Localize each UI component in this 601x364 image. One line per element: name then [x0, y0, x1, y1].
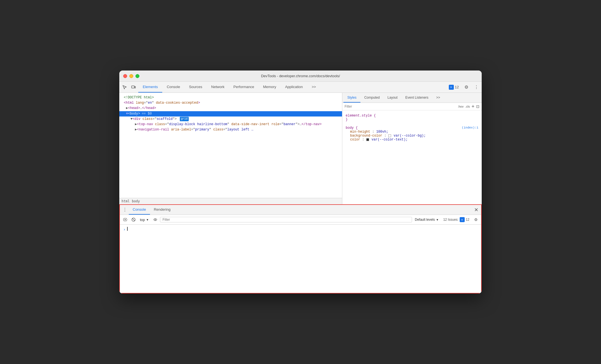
levels-dropdown[interactable]: Default levels ▼	[413, 217, 440, 222]
tab-application[interactable]: Application	[281, 82, 307, 93]
window-title: DevTools - developer.chrome.com/docs/dev…	[261, 74, 340, 78]
console-filter-input[interactable]	[160, 217, 412, 222]
chevron-down-icon: ▼	[146, 218, 149, 221]
inspect-icon[interactable]	[120, 83, 129, 91]
styles-tab-computed[interactable]: Computed	[360, 93, 384, 103]
issues-icon: ≡	[449, 85, 454, 90]
prompt-cursor	[127, 227, 128, 231]
tab-elements[interactable]: Elements	[138, 82, 162, 93]
color-swatch-text	[366, 138, 369, 141]
styles-panel: Styles Computed Layout Event Listeners >…	[342, 93, 482, 204]
top-toolbar: Elements Console Sources Network Perform…	[119, 82, 482, 93]
dom-line-html[interactable]: <html lang="en" data-cookies-accepted>	[119, 100, 342, 106]
style-rule-body: body { (index):1 min-height : 100vh; bac…	[342, 125, 482, 143]
dom-tree[interactable]: <!DOCTYPE html> <html lang="en" data-coo…	[119, 93, 342, 198]
styles-filter-input[interactable]	[345, 105, 456, 108]
console-toolbar: top ▼ Default levels ▼ 12 Issues:	[120, 215, 481, 225]
console-issues-icon: ≡	[460, 217, 465, 222]
cls-button[interactable]: .cls	[465, 105, 470, 108]
force-state-icon[interactable]: ⊡	[476, 104, 479, 109]
console-content[interactable]: ›	[120, 225, 481, 293]
styles-filter-bar: :hov .cls + ⊡	[342, 103, 482, 110]
console-clear-icon[interactable]	[122, 216, 129, 223]
traffic-lights	[123, 74, 139, 78]
dom-line-head[interactable]: ▶<head>…</head>	[119, 106, 342, 111]
title-bar: DevTools - developer.chrome.com/docs/dev…	[119, 71, 482, 82]
drawer-menu-button[interactable]: ⋮	[121, 206, 129, 214]
styles-tab-styles[interactable]: Styles	[343, 93, 360, 103]
tab-memory[interactable]: Memory	[259, 82, 281, 93]
dom-line-doctype[interactable]: <!DOCTYPE html>	[119, 95, 342, 100]
tab-more[interactable]: >>	[307, 82, 320, 93]
close-button[interactable]	[123, 74, 127, 78]
elements-panel: <!DOCTYPE html> <html lang="en" data-coo…	[119, 93, 342, 204]
context-selector[interactable]: top ▼	[138, 217, 151, 222]
svg-rect-0	[132, 86, 134, 88]
dom-line-body[interactable]: ▼<body>== $0	[119, 111, 342, 117]
console-issues-button[interactable]: 12 Issues: ≡ 12	[442, 217, 471, 222]
main-content: <!DOCTYPE html> <html lang="en" data-coo…	[119, 93, 482, 204]
breadcrumb-bar: html body	[119, 198, 342, 204]
console-drawer: ⋮ Console Rendering ✕	[119, 204, 482, 293]
dom-line-top-nav[interactable]: ▶<top-nav class="display-block hairline-…	[119, 122, 342, 127]
levels-chevron-icon: ▼	[436, 218, 439, 221]
drawer-close-button[interactable]: ✕	[472, 206, 480, 214]
tab-network[interactable]: Network	[207, 82, 229, 93]
devtools-panel: Elements Console Sources Network Perform…	[119, 82, 482, 293]
toolbar-right: ≡ 12 ⚙ ⋮	[447, 83, 481, 91]
issues-button[interactable]: ≡ 12	[447, 85, 461, 90]
svg-line-6	[132, 219, 135, 221]
tab-sources[interactable]: Sources	[185, 82, 207, 93]
dom-line-nav-rail[interactable]: ▶<navigation-rail aria-label="primary" c…	[119, 127, 342, 132]
add-style-rule-button[interactable]: +	[471, 104, 474, 109]
more-options-icon[interactable]: ⋮	[472, 83, 481, 91]
console-settings-icon[interactable]: ⚙	[472, 216, 479, 223]
tab-bar: Elements Console Sources Network Perform…	[138, 82, 447, 93]
drawer-tab-console[interactable]: Console	[129, 205, 150, 215]
dom-line-div-scaffold[interactable]: ▼<div class="scaffold"> grid	[119, 117, 342, 122]
style-rule-element: element.style { }	[342, 113, 482, 123]
tab-console[interactable]: Console	[162, 82, 185, 93]
breadcrumb-body[interactable]: body	[132, 199, 140, 203]
minimize-button[interactable]	[129, 74, 133, 78]
settings-icon[interactable]: ⚙	[462, 83, 471, 91]
hov-button[interactable]: :hov	[458, 105, 464, 108]
breadcrumb-html[interactable]: html	[122, 199, 130, 203]
styles-tab-bar: Styles Computed Layout Event Listeners >…	[342, 93, 482, 103]
drawer-tab-rendering[interactable]: Rendering	[150, 205, 175, 215]
svg-rect-1	[135, 86, 135, 88]
drawer-toolbar: ⋮ Console Rendering ✕	[120, 205, 481, 215]
styles-content: element.style { } body { (index):1 min-h…	[342, 110, 482, 204]
devtools-window: DevTools - developer.chrome.com/docs/dev…	[119, 71, 482, 293]
svg-point-7	[155, 219, 156, 220]
color-swatch-bg	[388, 134, 391, 137]
maximize-button[interactable]	[135, 74, 139, 78]
device-toggle-icon[interactable]	[129, 83, 138, 91]
tab-performance[interactable]: Performance	[229, 82, 258, 93]
styles-tab-event-listeners[interactable]: Event Listeners	[401, 93, 432, 103]
console-eye-icon[interactable]	[152, 216, 159, 223]
console-ban-icon[interactable]	[130, 216, 137, 223]
styles-tab-layout[interactable]: Layout	[384, 93, 401, 103]
console-prompt[interactable]: ›	[123, 227, 478, 232]
styles-tab-more[interactable]: >>	[432, 93, 444, 103]
prompt-arrow: ›	[123, 227, 125, 232]
